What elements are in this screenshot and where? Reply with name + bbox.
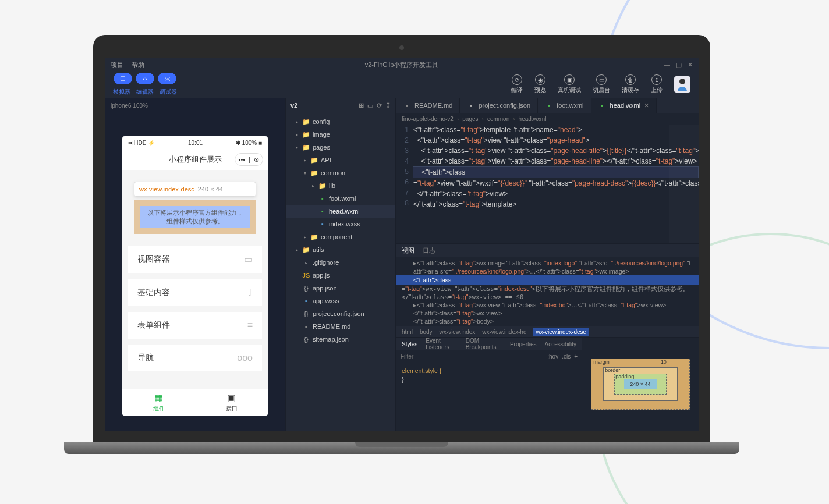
- tree-item[interactable]: ▸📁lib: [286, 179, 395, 192]
- tree-item[interactable]: ▸📁API: [286, 154, 395, 166]
- list-item[interactable]: 视图容器▭: [128, 246, 262, 273]
- action-clear-cache[interactable]: 🗑清缓存: [622, 74, 639, 94]
- crumb[interactable]: head.wxml: [519, 116, 547, 122]
- close-circle-icon: ⊗: [254, 156, 259, 164]
- more-icon: •••: [239, 156, 246, 163]
- tree-item[interactable]: ▸📁utils: [286, 243, 395, 256]
- chevron-icon: ▸: [302, 158, 308, 163]
- window-close-icon[interactable]: ✕: [688, 61, 693, 69]
- item-icon: 𝕋: [246, 287, 253, 298]
- phone-simulator[interactable]: ••ıl IDE ⚡ 10:01 ✱ 100% ■ 小程序组件展示 ••• | …: [122, 136, 268, 416]
- tree-root-label[interactable]: v2: [290, 102, 297, 109]
- minimap[interactable]: [669, 125, 699, 243]
- dom-crumb-item[interactable]: wx-view.index-hd: [482, 329, 526, 335]
- action-compile[interactable]: ⟳编译: [511, 74, 523, 94]
- tree-item[interactable]: ▪foot.wxml: [286, 192, 395, 205]
- api-icon: ▣: [227, 392, 236, 403]
- mode-debugger-button[interactable]: ⩙: [158, 73, 176, 84]
- clock: 10:01: [155, 140, 236, 146]
- file-icon: {}: [302, 285, 310, 292]
- collapse-icon[interactable]: ↧: [385, 102, 391, 109]
- new-file-icon[interactable]: ⊞: [359, 102, 364, 109]
- styles-filter-input[interactable]: [401, 353, 547, 360]
- battery-icon: ✱ 100% ■: [236, 140, 262, 146]
- devtools-tab-log[interactable]: 日志: [423, 246, 435, 255]
- hov-toggle[interactable]: :hov: [547, 353, 558, 360]
- dom-crumb-item[interactable]: wx-view.index: [440, 329, 476, 335]
- styles-tab[interactable]: Properties: [510, 341, 537, 347]
- crumb[interactable]: fino-applet-demo-v2: [402, 116, 454, 122]
- avatar[interactable]: [674, 76, 690, 93]
- file-icon: 📁: [302, 144, 310, 151]
- tree-item[interactable]: ▫.gitignore: [286, 256, 395, 269]
- tree-item[interactable]: {}app.json: [286, 282, 395, 294]
- css-rules[interactable]: element.style {}</span><span class="css-…: [396, 363, 582, 431]
- action-upload[interactable]: ↥上传: [651, 74, 663, 94]
- tree-item[interactable]: ▸📁config: [286, 115, 395, 128]
- phone-status-bar: ••ıl IDE ⚡ 10:01 ✱ 100% ■: [122, 136, 268, 149]
- item-icon: ▭: [244, 254, 253, 265]
- menu-project[interactable]: 项目: [111, 61, 123, 69]
- styles-tab[interactable]: DOM Breakpoints: [466, 338, 502, 350]
- editor-tabs: ▪README.md▪project.config.json▪foot.wxml…: [396, 98, 699, 113]
- dom-tree[interactable]: ▸<"t-attr">class="t-tag">wx-image "t-att…: [396, 257, 699, 326]
- tab-api[interactable]: ▣接口: [195, 389, 268, 416]
- cls-toggle[interactable]: .cls: [562, 353, 571, 360]
- dom-crumb-item[interactable]: wx-view.index-desc: [533, 328, 588, 336]
- mode-simulator-button[interactable]: ☐: [114, 73, 132, 84]
- styles-tab[interactable]: Styles: [402, 341, 417, 347]
- tree-item[interactable]: ▸📁component: [286, 230, 395, 243]
- crumb[interactable]: pages: [462, 116, 478, 122]
- clearcache-icon: 🗑: [625, 74, 636, 85]
- code-editor[interactable]: 12345678 <"t-attr">class="t-tag">templat…: [396, 125, 699, 243]
- mode-editor-label: 编辑器: [136, 88, 154, 96]
- styles-tab[interactable]: Event Listeners: [426, 338, 457, 350]
- ide-window: 项目 帮助 v2-FinClip小程序开发工具 — ▢ ✕ ☐ ‹› ⩙: [105, 58, 699, 431]
- editor-tab[interactable]: ▪README.md: [396, 98, 460, 113]
- tree-item[interactable]: ▪index.wxss: [286, 218, 395, 230]
- list-item[interactable]: 基础内容𝕋: [128, 279, 262, 306]
- chevron-icon: ▸: [294, 132, 300, 137]
- tree-item[interactable]: JSapp.js: [286, 269, 395, 282]
- tree-item[interactable]: ▸📁image: [286, 128, 395, 141]
- devtools-tab-view[interactable]: 视图: [402, 246, 414, 255]
- refresh-icon[interactable]: ⟳: [377, 102, 382, 109]
- dom-crumb-item[interactable]: body: [420, 329, 433, 335]
- inspected-element[interactable]: 以下将展示小程序官方组件能力，组件样式仅供参考。: [134, 200, 256, 234]
- action-remote-debug[interactable]: ▣真机调试: [558, 74, 581, 94]
- window-maximize-icon[interactable]: ▢: [676, 61, 682, 69]
- mode-editor-button[interactable]: ‹›: [136, 73, 154, 84]
- tree-item[interactable]: ▪README.md: [286, 320, 395, 333]
- menu-help[interactable]: 帮助: [132, 61, 144, 69]
- list-item[interactable]: 表单组件≡: [128, 312, 262, 339]
- file-icon: ▪: [318, 221, 327, 228]
- background-icon: ▭: [596, 74, 607, 85]
- file-icon: ▪: [403, 102, 411, 109]
- action-preview[interactable]: ◉预览: [534, 74, 546, 94]
- new-folder-icon[interactable]: ▭: [367, 102, 373, 109]
- tab-overflow-icon[interactable]: ⋯: [657, 98, 672, 113]
- menubar: 项目 帮助 v2-FinClip小程序开发工具 — ▢ ✕: [105, 58, 699, 71]
- dom-crumb-item[interactable]: html: [402, 329, 413, 335]
- editor-tab[interactable]: ▪project.config.json: [460, 98, 538, 113]
- component-icon: ▦: [154, 392, 163, 403]
- window-minimize-icon[interactable]: —: [664, 61, 670, 69]
- tree-item[interactable]: {}project.config.json: [286, 307, 395, 320]
- tree-item[interactable]: ▪head.wxml: [286, 205, 395, 218]
- close-icon[interactable]: ✕: [644, 102, 649, 109]
- editor-tab[interactable]: ▪foot.wxml: [538, 98, 591, 113]
- styles-tab[interactable]: Accessibility: [545, 341, 576, 347]
- capsule-button[interactable]: ••• | ⊗: [235, 153, 263, 166]
- tree-item[interactable]: ▾📁common: [286, 166, 395, 179]
- action-background[interactable]: ▭切后台: [593, 74, 610, 94]
- tree-item[interactable]: {}sitemap.json: [286, 333, 395, 346]
- tree-item[interactable]: ▪app.wxss: [286, 294, 395, 307]
- tree-item[interactable]: ▾📁pages: [286, 141, 395, 154]
- list-item[interactable]: 导航ooo: [128, 345, 262, 371]
- editor-tab[interactable]: ▪head.wxml✕: [591, 98, 657, 113]
- crumb[interactable]: common: [487, 116, 509, 122]
- file-icon: ▪: [467, 102, 475, 109]
- add-rule-icon[interactable]: +: [574, 353, 578, 360]
- file-icon: 📁: [318, 182, 327, 190]
- tab-component[interactable]: ▦组件: [122, 389, 195, 416]
